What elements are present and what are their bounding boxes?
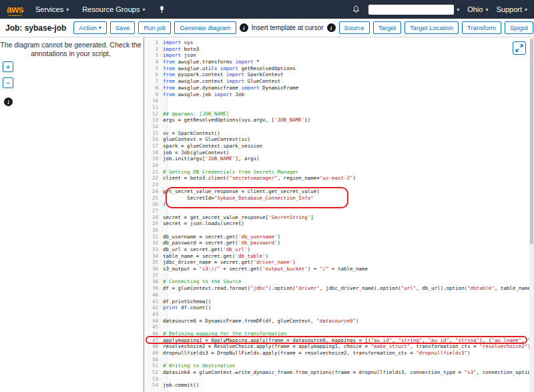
line-number: 35 [144, 259, 163, 266]
support-menu[interactable]: Support ▾ [496, 5, 527, 13]
code-line: 53 [144, 376, 534, 383]
line-number: 44 [144, 318, 163, 325]
line-number: 14 [144, 124, 163, 130]
line-number: 22 [144, 175, 163, 182]
aws-logo[interactable]: aws [7, 4, 23, 15]
code-line: 32db_password = secret.get('db_password'… [144, 240, 534, 246]
line-number: 28 [144, 214, 163, 221]
line-number: 2 [144, 46, 163, 53]
code-line: 9from awsglue.job import Job [144, 91, 534, 98]
code-line: 41df.printSchema() [144, 299, 534, 305]
line-number: 1 [144, 39, 163, 46]
code-line: 30 [144, 227, 534, 234]
code-line: 2import boto3 [144, 46, 534, 53]
line-number: 37 [144, 272, 163, 279]
source-template-button[interactable]: Source [339, 21, 370, 34]
line-number: 31 [144, 234, 163, 240]
spigot-template-button[interactable]: Spigot [505, 21, 533, 34]
line-number: 29 [144, 220, 163, 227]
code-line: 52datasink4 = glueContext.write_dynamic_… [144, 369, 534, 376]
code-line: 45 [144, 324, 534, 331]
pin-icon[interactable] [158, 5, 166, 13]
code-line: 22client = boto3.client("secretsmanager"… [144, 175, 534, 182]
chevron-down-icon: ▾ [485, 7, 488, 13]
line-number: 40 [144, 292, 163, 299]
code-line: 4from awsglue.transforms import * [144, 59, 534, 65]
code-line: 16glueContext = GlueContext(sc) [144, 136, 534, 143]
zoom-in-button[interactable]: + [3, 61, 13, 72]
code-editor[interactable]: 1import sys2import boto33import json4fro… [144, 37, 534, 392]
line-number: 50 [144, 357, 163, 363]
code-lines: 1import sys2import boto33import json4fro… [144, 39, 534, 389]
target-template-button[interactable]: Target [373, 21, 401, 34]
code-line: 51# Writing to destination [144, 363, 534, 369]
code-line: 48resolvechoice2 = ResolveChoice.apply(f… [144, 343, 534, 350]
nav-services-label: Services [35, 5, 63, 13]
code-line: 39df = glueContext.read.format("jdbc").o… [144, 285, 534, 292]
code-line: 44datasource0 = DynamicFrame.fromDF(df, … [144, 318, 534, 325]
line-number: 34 [144, 253, 163, 260]
chevron-down-icon: ▾ [99, 25, 101, 31]
code-line: 1import sys [144, 39, 534, 46]
main-content: The diagram cannot be generated. Check t… [0, 37, 534, 392]
action-button[interactable]: Action ▾ [73, 21, 106, 34]
action-label: Action [79, 24, 96, 31]
nav-resource-groups[interactable]: Resource Groups ▾ [82, 5, 145, 13]
line-number: 11 [144, 104, 163, 111]
code-line: 46# Defining mapping for the transformat… [144, 331, 534, 337]
save-button[interactable]: Save [110, 21, 136, 34]
chevron-down-icon: ▾ [66, 7, 69, 13]
line-number: 20 [144, 162, 163, 169]
line-number: 30 [144, 227, 163, 234]
code-line: 34table_name = secret.get('db_table') [144, 253, 534, 260]
editor-scrollbar[interactable] [529, 37, 534, 392]
code-line: 5from awsglue.utils import getResolvedOp… [144, 65, 534, 72]
info-icon[interactable]: i [4, 97, 13, 106]
target-location-template-button[interactable]: Target Location [405, 21, 459, 34]
line-number: 36 [144, 266, 163, 272]
top-nav: aws Services ▾ Resource Groups ▾ ▾ Ohio … [0, 0, 534, 19]
diagram-error-message: The diagram cannot be generated. Check t… [0, 41, 142, 58]
line-number: 25 [144, 195, 163, 202]
notifications-bell-icon[interactable] [352, 5, 360, 14]
nav-services[interactable]: Services ▾ [35, 5, 69, 13]
line-number: 8 [144, 85, 163, 91]
code-line: 26) [144, 201, 534, 208]
line-number: 19 [144, 156, 163, 162]
line-number: 38 [144, 278, 163, 285]
expand-editor-icon[interactable] [513, 41, 526, 55]
insert-template-label: Insert template at cursor [252, 24, 324, 31]
code-line: 3import json [144, 52, 534, 59]
line-number: 7 [144, 78, 163, 85]
line-number: 3 [144, 52, 163, 59]
code-line: 35jdbc_driver_name = secret.get('driver_… [144, 259, 534, 266]
code-line: 21# Getting DB Credentials from Secrets … [144, 169, 534, 176]
code-line: 37 [144, 272, 534, 279]
region-label: Ohio [467, 5, 483, 13]
line-number: 17 [144, 143, 163, 150]
code-line: 27 [144, 208, 534, 214]
line-number: 43 [144, 311, 163, 318]
chevron-down-icon: ▾ [525, 7, 527, 13]
run-job-button[interactable]: Run job [138, 21, 171, 34]
info-icon[interactable]: i [327, 23, 336, 32]
scrollbar-thumb[interactable] [530, 39, 533, 244]
generate-diagram-button[interactable]: Generate diagram [174, 21, 236, 34]
code-line: 23 [144, 182, 534, 188]
code-line: 29secret = json.loads(secret) [144, 220, 534, 227]
info-icon[interactable]: i [240, 23, 248, 32]
code-line: 38# Connecting to the Source [144, 278, 534, 285]
line-number: 6 [144, 71, 163, 78]
account-menu[interactable]: ▾ [368, 5, 459, 15]
code-line: 11 [144, 104, 534, 111]
zoom-out-button[interactable]: − [3, 77, 13, 88]
diagram-panel: The diagram cannot be generated. Check t… [0, 37, 144, 392]
code-line: 18job = Job(glueContext) [144, 150, 534, 156]
region-selector[interactable]: Ohio ▾ [467, 5, 488, 13]
code-line: 28secret = get_secret_value_response['Se… [144, 214, 534, 221]
transform-template-button[interactable]: Transform [462, 21, 501, 34]
code-line: 33db_url = secret.get('db_url') [144, 246, 534, 253]
code-line: 17spark = glueContext.spark_session [144, 143, 534, 150]
code-line: 14 [144, 124, 534, 130]
code-line: 42print df.count() [144, 305, 534, 311]
